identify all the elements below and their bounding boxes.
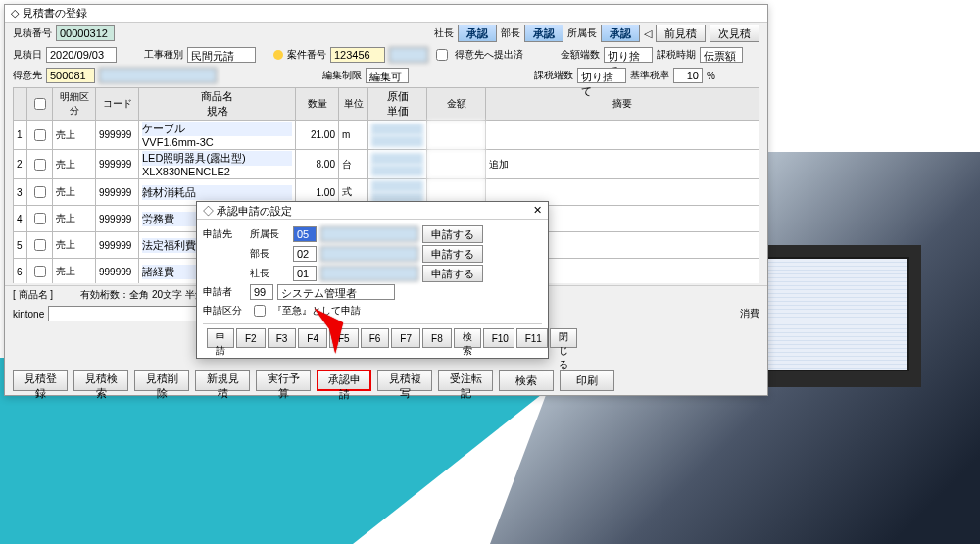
bottom-btn-1[interactable]: 見積検索 xyxy=(74,370,128,391)
proj-type-select[interactable]: 民間元請 xyxy=(187,47,256,63)
prev-quote-button[interactable]: 前見積 xyxy=(656,25,706,42)
next-quote-button[interactable]: 次見積 xyxy=(710,25,760,42)
chief-code[interactable]: 05 xyxy=(293,226,317,242)
select-all-checkbox[interactable] xyxy=(34,98,46,110)
date-input[interactable]: 2020/09/03 xyxy=(46,47,117,63)
approve-chief-button[interactable]: 承認 xyxy=(601,25,640,42)
quote-no-label: 見積番号 xyxy=(13,26,52,40)
titlebar: ◇見積書の登録 xyxy=(5,5,767,23)
quote-no[interactable]: 00000312 xyxy=(56,25,115,41)
dot-icon xyxy=(273,50,283,60)
fkey-F8[interactable]: F8 xyxy=(422,328,452,348)
fkey-F4[interactable]: F4 xyxy=(298,328,327,348)
table-row[interactable]: 1 売上999999 ケーブルVVF1.6mm-3C 21.00m 0000 0… xyxy=(14,121,760,150)
bottom-btn-8[interactable]: 検索 xyxy=(499,370,554,391)
apply-chief-button[interactable]: 申請する xyxy=(422,225,483,243)
apply-mgr-button[interactable]: 申請する xyxy=(422,245,483,263)
table-row[interactable]: 2 売上999999 LED照明器具(露出型)XLX830NENCLE2 8.0… xyxy=(14,150,760,179)
bottom-btn-6[interactable]: 見積複写 xyxy=(377,370,432,391)
fkey-検索[interactable]: 検索 xyxy=(454,328,481,348)
fkey-申請[interactable]: 申請 xyxy=(207,328,234,348)
close-icon[interactable]: ✕ xyxy=(533,204,542,217)
fkey-F10[interactable]: F10 xyxy=(483,328,514,348)
bottom-btn-2[interactable]: 見積削除 xyxy=(134,370,189,391)
approve-pres-button[interactable]: 承認 xyxy=(458,25,497,42)
fkey-F6[interactable]: F6 xyxy=(361,328,390,348)
fkey-F11[interactable]: F11 xyxy=(516,328,548,348)
apply-pres-button[interactable]: 申請する xyxy=(422,265,483,282)
bottom-btn-5[interactable]: 承認申請 xyxy=(317,370,371,391)
cust-code-input[interactable]: 500081 xyxy=(46,68,95,83)
approve-mgr-button[interactable]: 承認 xyxy=(524,25,564,42)
submitted-checkbox[interactable] xyxy=(436,49,448,61)
case-no-input[interactable]: 123456 xyxy=(330,47,385,63)
bottom-btn-4[interactable]: 実行予算 xyxy=(256,370,311,391)
bottom-btn-3[interactable]: 新規見積 xyxy=(195,370,250,391)
fkey-F2[interactable]: F2 xyxy=(236,328,266,348)
fkey-F5[interactable]: F5 xyxy=(329,328,359,348)
urgent-checkbox[interactable] xyxy=(254,305,266,317)
approval-modal: ◇ 承認申請の設定 ✕ 申請先 所属長 05 x 申請する 部長 02 x 申請… xyxy=(196,201,549,359)
fkey-F7[interactable]: F7 xyxy=(391,328,420,348)
fkey-閉じる[interactable]: 閉じる xyxy=(550,328,577,348)
window-title: 見積書の登録 xyxy=(23,6,87,21)
bottom-btn-0[interactable]: 見積登録 xyxy=(13,370,68,391)
left-triangle-icon: ◁ xyxy=(644,27,652,40)
fkey-F3[interactable]: F3 xyxy=(268,328,297,348)
bottom-btn-9[interactable]: 印刷 xyxy=(560,370,614,391)
bottom-btn-7[interactable]: 受注転記 xyxy=(438,370,493,391)
